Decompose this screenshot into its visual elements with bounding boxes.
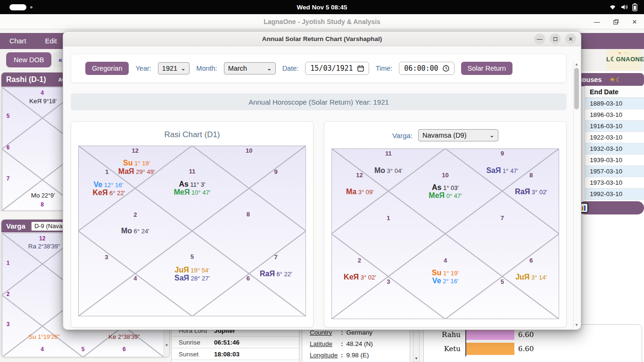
month-select[interactable]: March⌄ (224, 62, 276, 74)
planet-ju: JuЯ 19° 54' (175, 266, 210, 274)
modal-close-button[interactable]: ✕ (565, 33, 576, 44)
house-number-11: 11 (385, 150, 392, 157)
end-date-row[interactable]: 1889-03-10 (585, 98, 644, 109)
end-date-row[interactable]: 1992-03-10 (585, 189, 644, 200)
desktop: Wed Nov 5 08:45 LagnaOne - Jyotish Study… (0, 0, 644, 362)
planet-ke: KeЯ 6° 22' (92, 189, 125, 197)
varga-select[interactable]: Navamsa (D9)⌄ (418, 129, 498, 141)
end-date-row[interactable]: 1939-03-10 (585, 155, 644, 166)
modal-titlebar[interactable]: Annual Solar Return Chart (Varshaphal) —… (63, 32, 581, 46)
end-date-table: End Date 1889-03-101896-03-101916-03-101… (585, 86, 644, 200)
new-dob-button[interactable]: New DOB (6, 52, 51, 67)
planet-me: MeЯ 10° 47' (174, 188, 211, 197)
app-minimize-button[interactable]: — (593, 18, 601, 25)
ketu-value: 6.60 (518, 345, 534, 353)
house-number-4: 4 (133, 274, 137, 281)
planet-ra: Ra 2°38'39" (28, 242, 60, 250)
colon (341, 352, 343, 359)
menu-chart[interactable]: Chart (0, 37, 35, 45)
solar-return-button[interactable]: Solar Return (461, 62, 512, 75)
time-input[interactable]: 06:00:00 (399, 62, 454, 75)
workspace-dot[interactable] (30, 6, 33, 8)
month-value: March (228, 65, 247, 72)
table-row: Sunrise 06:51:46 (172, 337, 299, 348)
month-label: Month: (196, 65, 217, 72)
end-date-row[interactable]: 1932-03-10 (585, 143, 644, 155)
sunrise-value: 06:51:46 (214, 339, 239, 346)
logo-sun-icon: ☀ ⁺˖ (606, 51, 642, 56)
workspace-pill[interactable] (9, 4, 26, 10)
end-date-row[interactable]: 1916-03-10 (585, 121, 644, 132)
system-tray[interactable] (609, 0, 637, 14)
date-label: Date: (282, 65, 299, 72)
end-date-row[interactable]: 1973-03-10 (585, 177, 644, 189)
time-label: Time: (376, 65, 393, 72)
house-number-3: 3 (105, 254, 108, 261)
mid-scrollbar[interactable]: ▼ (413, 324, 420, 362)
solar-return-form: Gregorian Year: 1921⌄ Month: March⌄ Date… (71, 54, 567, 83)
house-number-4: 4 (41, 346, 44, 353)
modal-title: Annual Solar Return Chart (Varshaphal) (262, 35, 382, 42)
house-number-8: 8 (41, 201, 44, 208)
latitude-link[interactable]: Latitude (310, 340, 341, 347)
scroll-up-icon[interactable]: ▲ (574, 62, 579, 66)
gregorian-button[interactable]: Gregorian (85, 62, 129, 75)
logo-text: L☾GNAONE (606, 56, 642, 63)
modal-maximize-button[interactable] (550, 33, 561, 44)
modal-scrollbar[interactable]: ▲ ▼ (573, 61, 579, 328)
end-date-rows: 1889-03-101896-03-101916-03-101922-03-10… (585, 98, 644, 200)
end-date-column-header: End Date (585, 86, 644, 98)
app-restore-button[interactable] (612, 18, 619, 25)
house-number-5: 5 (501, 278, 504, 285)
end-date-row[interactable]: 1957-03-10 (585, 166, 644, 177)
house-number-10: 10 (246, 147, 252, 154)
chevron-down-icon: ⌄ (267, 66, 271, 72)
scroll-down-icon[interactable]: ▼ (574, 323, 579, 327)
table-row: Sunset 18:08:03 (172, 348, 299, 360)
end-date-row[interactable]: 1922-03-10 (585, 132, 644, 143)
house-number-10: 10 (442, 172, 448, 179)
menu-edit[interactable]: Edit (35, 37, 66, 45)
geo-row: Longitude 9.98 (E) (302, 349, 410, 361)
scrollbar-thumb[interactable] (574, 68, 579, 109)
sun-moon-icon[interactable]: ☀☾ (609, 76, 622, 83)
house-number-5: 5 (190, 253, 194, 260)
planet-as: As 1° 03' (432, 183, 459, 192)
planet-mo: Mo 6° 24' (121, 227, 149, 235)
house-number-12: 12 (132, 147, 139, 154)
house-number-2: 2 (133, 211, 137, 218)
house-number-4: 4 (444, 257, 447, 264)
system-clock[interactable]: Wed Nov 5 08:45 (297, 4, 347, 11)
calendar-icon[interactable] (357, 65, 364, 72)
app-close-button[interactable]: ✕ (631, 18, 638, 25)
app-titlebar: LagnaOne - Jyotish Study & Analysis — ✕ (0, 14, 644, 29)
planet-ju: JuЯ 3° 14' (515, 273, 547, 281)
varga-chart-card: Varga: Navamsa (D9)⌄ 119121081724635Mo 3… (324, 121, 567, 328)
chevron-down-icon: ⌄ (490, 132, 494, 139)
year-value: 1921 (162, 65, 177, 72)
scroll-down-icon[interactable]: ▼ (164, 343, 169, 347)
house-number-9: 9 (501, 150, 504, 157)
date-input[interactable]: 15/03/1921 (305, 62, 369, 75)
ketu-bar (466, 343, 514, 355)
planet-su: Su 1° 19' (123, 159, 150, 167)
planet-ve: Ve 12° 16' (93, 181, 123, 189)
house-number-1: 1 (387, 214, 390, 221)
house-number-7: 7 (274, 254, 278, 261)
modal-minimize-button[interactable]: — (534, 33, 545, 44)
longitude-link[interactable]: Longitude (310, 352, 341, 359)
year-select[interactable]: 1921⌄ (158, 62, 190, 74)
rahu-label: Rahu (424, 330, 465, 339)
scroll-down-icon[interactable]: ▼ (413, 356, 419, 361)
planet-ke: Ke 2°38'39" (108, 332, 140, 341)
house-number-4: 4 (41, 90, 44, 96)
maximize-icon (553, 37, 557, 41)
house-number-3: 3 (7, 321, 10, 328)
clock-icon[interactable] (443, 65, 449, 72)
planet-mo: Mo 3° 04' (374, 166, 403, 175)
ketu-bar-row: Ketu 6.60 (424, 341, 642, 356)
rahu-bar-row: Rahu 6.60 (424, 328, 642, 341)
house-number-8: 8 (247, 210, 250, 217)
planet-ra: RaЯ 3° 02' (515, 188, 547, 196)
end-date-row[interactable]: 1896-03-10 (585, 109, 644, 121)
